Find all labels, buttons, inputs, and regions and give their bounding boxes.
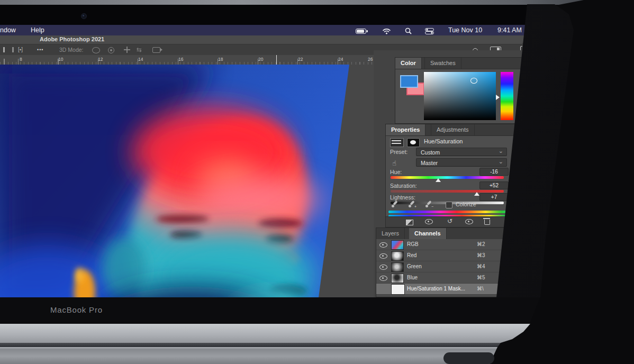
slider-thumb[interactable] <box>474 192 479 196</box>
hue-value[interactable]: -16 <box>479 168 509 176</box>
laptop-bezel-bottom: MacBook Pro <box>0 297 541 324</box>
channel-row-red[interactable]: Red ⌘3 <box>376 250 533 261</box>
mask-thumbnail <box>391 284 405 295</box>
channel-shortcut: ⌘5 <box>477 275 485 280</box>
properties-footer: ↺ <box>386 216 533 227</box>
visibility-eye-icon[interactable] <box>379 276 387 282</box>
chevron-down-icon: ⌄ <box>499 147 503 155</box>
saturation-value[interactable]: +52 <box>479 181 509 189</box>
tab-properties[interactable]: Properties <box>386 124 425 135</box>
menu-item-help[interactable]: Help <box>31 25 44 35</box>
ruler-tick: 14 <box>138 57 143 62</box>
reset-icon[interactable]: ↺ <box>447 217 452 225</box>
tab-color[interactable]: Color <box>395 58 422 69</box>
channel-thumbnail <box>391 240 404 250</box>
channel-list: RGB ⌘2 Red ⌘3 Green ⌘4 <box>376 239 533 295</box>
channel-thumbnail <box>391 274 404 283</box>
laptop-lid-edge <box>0 0 634 5</box>
channel-shortcut: ⌘\ <box>477 286 484 292</box>
visibility-eye-icon[interactable] <box>379 242 387 249</box>
eyedropper-icon[interactable] <box>391 200 399 208</box>
channels-panel-tabbar: Layers Channels ≡ <box>376 228 533 240</box>
foreground-color-swatch[interactable] <box>400 75 418 88</box>
clip-to-layer-icon[interactable] <box>406 220 413 225</box>
tab-channels[interactable]: Channels <box>409 228 447 239</box>
channel-thumbnail <box>391 251 404 261</box>
more-options-icon[interactable]: ••• <box>37 44 43 55</box>
macbook-screen: ndow Help Tue Nov 10 9:41 AM Adobe Photo… <box>0 4 535 297</box>
preset-value: Custom <box>421 149 440 156</box>
pan-3d-icon[interactable] <box>124 47 130 53</box>
adjustment-layer-icon <box>390 138 404 147</box>
tool-preset-icon[interactable] <box>3 47 14 52</box>
view-previous-state-icon[interactable] <box>425 219 433 225</box>
eyedropper-minus-icon[interactable]: − <box>425 200 433 208</box>
channel-row-blue[interactable]: Blue ⌘5 <box>376 272 533 284</box>
status-time[interactable]: 9:41 AM <box>497 25 522 35</box>
targeted-adjustment-icon[interactable]: ☝ <box>392 159 396 167</box>
laptop-base-top <box>0 324 532 343</box>
panel-menu-icon[interactable]: ≡ <box>526 126 529 132</box>
eyedropper-plus-icon[interactable]: + <box>408 200 416 208</box>
saturation-brightness-field[interactable] <box>424 72 496 120</box>
preset-label: Preset: <box>390 149 407 155</box>
slider-thumb[interactable] <box>436 178 441 182</box>
saturation-label: Saturation: <box>390 183 417 189</box>
bounds-icon[interactable]: [▪] <box>18 44 23 55</box>
roll-3d-icon[interactable] <box>108 47 114 53</box>
channel-dropdown[interactable]: Master ⌄ <box>416 158 507 167</box>
channels-panel: Layers Channels ≡ RGB ⌘2 Red ⌘3 <box>376 228 533 297</box>
preset-dropdown[interactable]: Custom ⌄ <box>416 148 507 156</box>
slide-3d-icon[interactable]: ⇆ <box>137 44 142 55</box>
color-field-cursor[interactable] <box>470 78 477 84</box>
channel-name: RGB <box>407 241 419 247</box>
layer-mask-icon[interactable] <box>407 138 420 147</box>
orbit-3d-icon[interactable] <box>92 47 100 53</box>
channel-shortcut: ⌘3 <box>477 252 485 258</box>
hue-slider-strip[interactable] <box>501 72 513 120</box>
tab-layers[interactable]: Layers <box>376 228 405 239</box>
channel-row-green[interactable]: Green ⌘4 <box>376 261 533 272</box>
ruler-cursor-marker <box>276 55 277 65</box>
tab-adjustments[interactable]: Adjustments <box>431 124 475 135</box>
3d-mode-label: 3D Mode: <box>59 44 84 55</box>
panel-menu-icon[interactable]: ≡ <box>526 230 529 236</box>
channel-shortcut: ⌘2 <box>477 241 485 247</box>
visibility-eye-icon[interactable] <box>379 253 387 260</box>
visibility-eye-icon[interactable] <box>379 265 387 271</box>
portrait-photo <box>0 65 349 297</box>
adjustment-title: Hue/Saturation <box>424 138 463 144</box>
color-panel: Color Swatches ≡ <box>395 57 533 124</box>
ruler-tick: 26 <box>368 57 373 62</box>
channel-name: Blue <box>407 275 418 280</box>
horizontal-ruler[interactable]: 8 10 12 14 16 18 20 22 24 26 <box>0 55 374 65</box>
panel-menu-icon[interactable]: ≡ <box>526 59 529 66</box>
channel-row-rgb[interactable]: RGB ⌘2 <box>376 239 533 250</box>
laptop-base-front <box>0 347 498 364</box>
app-title: Adobe Photoshop 2021 <box>40 36 104 42</box>
laptop-brand-label: MacBook Pro <box>50 305 103 314</box>
channel-row-mask[interactable]: Hue/Saturation 1 Mask... ⌘\ <box>376 284 533 295</box>
lightness-value[interactable]: +7 <box>479 193 509 201</box>
ruler-tick: 16 <box>178 57 183 62</box>
channel-shortcut: ⌘4 <box>477 263 485 269</box>
properties-panel-tabbar: Properties Adjustments ≡ <box>386 124 533 136</box>
trash-icon[interactable] <box>484 220 490 225</box>
channel-name: Red <box>407 252 416 258</box>
status-date[interactable]: Tue Nov 10 <box>448 25 482 35</box>
chevron-down-icon: ⌄ <box>499 157 503 166</box>
canvas-image[interactable] <box>0 65 349 297</box>
ruler-tick: 8 <box>20 57 22 62</box>
camera-3d-icon[interactable] <box>152 47 160 53</box>
ruler-tick: 10 <box>58 57 63 62</box>
ruler-tick: 20 <box>258 57 263 62</box>
ruler-tick: 18 <box>218 57 223 62</box>
colorize-label: Colorize <box>456 201 476 207</box>
menu-item-window[interactable]: ndow <box>0 25 16 35</box>
visibility-eye-icon[interactable] <box>465 219 473 225</box>
tab-swatches[interactable]: Swatches <box>424 58 461 69</box>
colorize-checkbox[interactable] <box>446 202 452 208</box>
hue-ramp-before <box>388 211 520 213</box>
laptop-base-notch <box>443 352 494 364</box>
channel-thumbnail <box>391 262 404 272</box>
